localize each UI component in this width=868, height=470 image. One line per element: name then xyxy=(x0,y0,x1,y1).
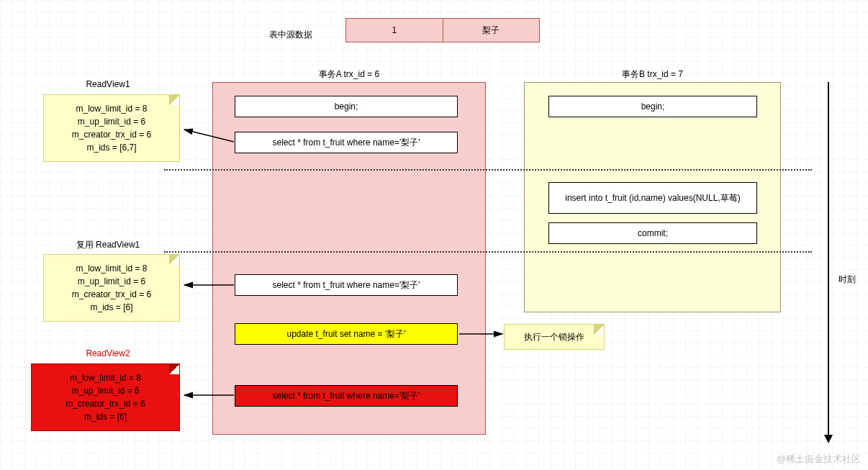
readview1-l3: m_creator_trx_id = 6 xyxy=(53,128,171,141)
txb-insert: insert into t_fruit (id,name) values(NUL… xyxy=(548,182,757,214)
readview1-reuse-title: 复用 ReadView1 xyxy=(36,239,180,251)
readview2-l4: m_ids = [6] xyxy=(40,410,171,423)
readview1-l4: m_ids = [6,7] xyxy=(53,141,171,154)
txa-select-3: select * from t_fruit where name='梨子' xyxy=(235,385,458,407)
readview2-note: m_low_limit_id = 8 m_up_limit_id = 6 m_c… xyxy=(31,363,180,431)
readview1-l1: m_low_limit_id = 8 xyxy=(53,102,171,115)
readview2-l1: m_low_limit_id = 8 xyxy=(40,371,171,384)
time-separator-1 xyxy=(164,169,812,171)
readview1-l2: m_up_limit_id = 6 xyxy=(53,115,171,128)
readview1-reuse-note: m_low_limit_id = 8 m_up_limit_id = 6 m_c… xyxy=(43,254,180,322)
source-col-name: 梨子 xyxy=(443,19,540,42)
timeline-label: 时刻 xyxy=(838,274,856,286)
readview2-l3: m_creator_trx_id = 6 xyxy=(40,397,171,410)
source-data-label: 表中源数据 xyxy=(269,29,312,41)
readview2-title: ReadView2 xyxy=(36,348,180,358)
readview1-title: ReadView1 xyxy=(36,79,180,89)
source-data-table: 1 梨子 xyxy=(345,18,540,42)
readview1b-l3: m_creator_trx_id = 6 xyxy=(53,288,171,301)
txa-select-2: select * from t_fruit where name='梨子' xyxy=(235,274,458,296)
watermark: @稀土掘金技术社区 xyxy=(777,453,861,466)
readview1b-l2: m_up_limit_id = 6 xyxy=(53,275,171,288)
transaction-a-box: begin; select * from t_fruit where name=… xyxy=(212,82,486,435)
lock-operation-note: 执行一个锁操作 xyxy=(504,324,605,350)
txa-select-1: select * from t_fruit where name='梨子' xyxy=(235,132,458,153)
txa-update: update t_fruit set name = '梨子' xyxy=(235,323,458,345)
transaction-a-title: 事务A trx_id = 6 xyxy=(212,68,486,81)
time-separator-2 xyxy=(164,251,812,253)
txb-commit: commit; xyxy=(548,222,757,244)
transaction-b-title: 事务B trx_id = 7 xyxy=(524,68,781,81)
txa-begin: begin; xyxy=(235,96,458,117)
readview1-note: m_low_limit_id = 8 m_up_limit_id = 6 m_c… xyxy=(43,94,180,162)
source-col-id: 1 xyxy=(346,19,443,42)
txb-begin: begin; xyxy=(548,96,757,117)
readview1b-l1: m_low_limit_id = 8 xyxy=(53,262,171,275)
readview2-l2: m_up_limit_id = 6 xyxy=(40,384,171,397)
readview1b-l4: m_ids = [6] xyxy=(53,301,171,314)
timeline-arrow-icon xyxy=(828,82,829,442)
transaction-b-box: begin; insert into t_fruit (id,name) val… xyxy=(524,82,781,312)
